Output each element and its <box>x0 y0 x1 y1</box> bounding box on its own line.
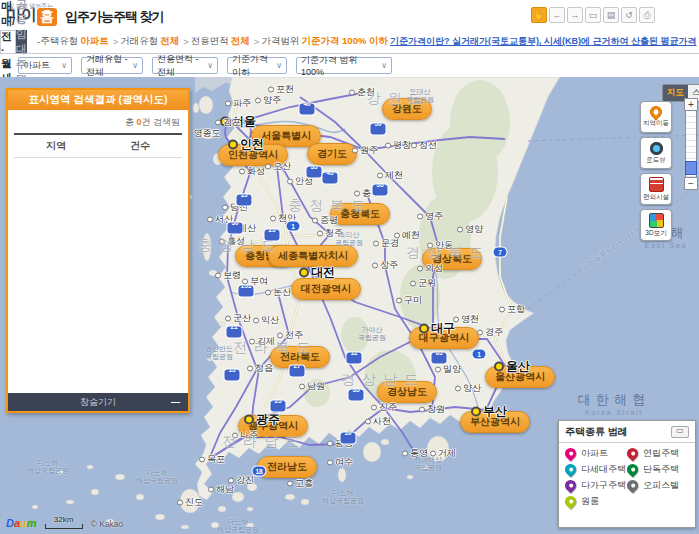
park-label-line: 변산반도 <box>205 345 233 353</box>
sea-name-english: Korea Strait <box>578 409 651 416</box>
park-label-line: 다도해 <box>322 489 364 497</box>
base-price-info-link[interactable]: 기준가격이란? 실거래가(국토교통부), 시세(KB)에 근거하여 산출된 평균… <box>390 35 697 48</box>
park-label-line: 다도해 <box>27 459 69 467</box>
city-name: 진도 <box>185 496 203 509</box>
legend-item: 오피스텔 <box>627 479 689 492</box>
legend-item: 다가구주택 <box>565 479 627 492</box>
city-dot <box>402 450 408 456</box>
city-name: 정선 <box>419 139 437 152</box>
results-table-body <box>8 158 188 393</box>
province-ghost-label: 전라북도 <box>233 339 317 357</box>
expressway-shield: 15 <box>225 370 240 381</box>
roadview-icon <box>650 142 663 155</box>
city-dot <box>255 97 261 103</box>
price-basis-select[interactable]: 기준가격 이하∨ <box>227 57 287 74</box>
facilities-icon <box>649 177 664 192</box>
tool-label: 편의시설 <box>643 193 669 202</box>
city-label: 오산 <box>265 160 291 173</box>
zoom-slider-handle[interactable] <box>685 161 697 175</box>
area-measure-icon[interactable]: ▤ <box>603 7 619 23</box>
legend-minimize-button[interactable]: ▭ <box>671 426 689 438</box>
print-icon[interactable]: ⎙ <box>639 7 655 23</box>
tool-button-3D보기[interactable]: 3D보기 <box>640 209 672 241</box>
zoom-in-button[interactable]: + <box>684 98 698 111</box>
scale-indicator: 32km <box>45 515 83 529</box>
region-label[interactable]: 전라남도 <box>257 456 317 478</box>
city-name: 군산 <box>233 312 251 325</box>
distance-measure-icon[interactable]: ▭ <box>585 7 601 23</box>
national-park-label: 가야산국립공원 <box>358 326 386 342</box>
chevron-down-icon: ∨ <box>276 61 282 70</box>
city-name: 영주 <box>425 210 443 223</box>
trade-type-select[interactable]: 거래유형 - 전체∨ <box>81 57 143 74</box>
city-label: 창원 <box>419 403 445 416</box>
tab-public-rental[interactable]: 공공임대주택 <box>16 30 27 53</box>
area-select[interactable]: 전용면적 - 전체∨ <box>152 57 218 74</box>
housing-pin-icon <box>625 446 641 462</box>
park-label-line: 해상국립공원 <box>217 526 259 534</box>
park-label-line: 해상국립공원 <box>322 497 364 505</box>
housing-pin-icon <box>625 462 641 478</box>
route-number: 25 <box>271 401 286 405</box>
city-label: 영주 <box>417 210 443 223</box>
city-dot <box>354 190 360 196</box>
national-park-label: 오대산국립공원 <box>406 88 434 104</box>
tool-button-로드뷰[interactable]: 로드뷰 <box>640 137 672 169</box>
daum-kakao-logo[interactable]: Daum <box>6 517 37 529</box>
city-label: 군산 <box>225 312 251 325</box>
tab-sale-rent[interactable]: 매매/전·월세 <box>0 30 16 53</box>
map-canvas[interactable]: 서울특별시인천광역시경기도강원도충청북도충청남도세종특별자치시대전광역시경상북도… <box>0 77 699 534</box>
city-label: 포항 <box>499 303 525 316</box>
expressway-shield: 12 <box>347 353 362 364</box>
city-name: 여수 <box>335 456 353 469</box>
column-count: 건수 <box>98 135 182 157</box>
expressway-shield: 15 <box>237 195 252 206</box>
results-panel-title: 표시영역 검색결과 (광역시도) <box>8 90 188 110</box>
back-arrow-icon[interactable]: ← <box>549 7 565 23</box>
undo-icon[interactable]: ↺ <box>621 7 637 23</box>
city-dot <box>265 289 271 295</box>
city-name: 사천 <box>373 415 391 428</box>
city-label: 평창 <box>385 139 411 152</box>
city-dot <box>365 418 371 424</box>
myhome-logo[interactable]: 집 걱정 덜어주는 마이 홈 입주가능주택 찾기 <box>6 5 164 26</box>
city-dot <box>299 383 305 389</box>
city-label: 진주 <box>371 401 397 414</box>
city-name: 대구 <box>431 320 455 337</box>
city-label: 사천 <box>365 415 391 428</box>
region-label[interactable]: 대전광역시 <box>291 278 361 300</box>
park-label-line: 국립공원 <box>406 96 434 104</box>
housing-pin-icon <box>563 478 579 494</box>
city-dot <box>372 262 378 268</box>
national-route-shield: 1 <box>473 350 486 359</box>
tool-button-지역이동[interactable]: 지역이동 <box>640 101 672 133</box>
hand-icon[interactable]: ✋ <box>531 7 547 23</box>
zoom-out-button[interactable]: − <box>684 177 698 190</box>
city-dot <box>396 297 402 303</box>
city-name: 상주 <box>380 259 398 272</box>
zoom-slider-track[interactable] <box>685 111 697 177</box>
route-number: 151 <box>239 286 254 290</box>
city-name: 논산 <box>273 286 291 299</box>
city-dot <box>287 178 293 184</box>
hide-panel-button[interactable]: 창숨기기 — <box>8 393 188 411</box>
forward-arrow-icon[interactable]: → <box>567 7 583 23</box>
tool-label: 3D보기 <box>645 229 666 238</box>
tool-button-편의시설[interactable]: 편의시설 <box>640 173 672 205</box>
national-park-label: 한려해상국립공원 <box>414 456 442 472</box>
city-label: 파주 <box>225 97 251 110</box>
city-name: 증평 <box>320 214 338 227</box>
city-dot <box>287 480 293 486</box>
park-label-line: 해상국립공원 <box>136 477 178 485</box>
3d-view-icon <box>649 213 664 228</box>
city-dot <box>352 147 358 153</box>
city-dot <box>419 406 425 412</box>
city-dot <box>371 404 377 410</box>
region-label[interactable]: 경기도 <box>307 143 357 165</box>
ferry-route-label: 포항-울릉도간 여객선 <box>578 226 638 274</box>
price-range-select[interactable]: 기준가격 범위 100%∨ <box>296 57 392 74</box>
breadcrumb-value: 아파트 <box>80 35 109 48</box>
city-dot <box>265 163 271 169</box>
route-number: 21 <box>227 327 242 331</box>
page-title: 입주가능주택 찾기 <box>65 8 164 26</box>
